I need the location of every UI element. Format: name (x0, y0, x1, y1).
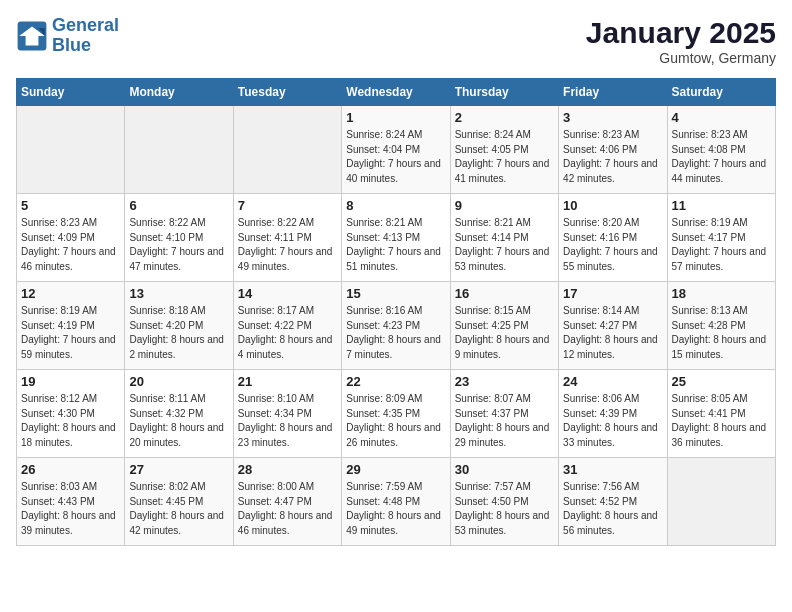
weekday-header: Tuesday (233, 79, 341, 106)
day-number: 9 (455, 198, 554, 213)
calendar-cell: 4Sunrise: 8:23 AMSunset: 4:08 PMDaylight… (667, 106, 775, 194)
calendar-week-row: 26Sunrise: 8:03 AMSunset: 4:43 PMDayligh… (17, 458, 776, 546)
cell-content: Sunrise: 8:21 AMSunset: 4:13 PMDaylight:… (346, 216, 445, 274)
cell-content: Sunrise: 8:13 AMSunset: 4:28 PMDaylight:… (672, 304, 771, 362)
cell-content: Sunrise: 8:21 AMSunset: 4:14 PMDaylight:… (455, 216, 554, 274)
cell-content: Sunrise: 7:56 AMSunset: 4:52 PMDaylight:… (563, 480, 662, 538)
calendar-cell: 15Sunrise: 8:16 AMSunset: 4:23 PMDayligh… (342, 282, 450, 370)
day-number: 17 (563, 286, 662, 301)
page-header: General Blue January 2025 Gumtow, German… (16, 16, 776, 66)
cell-content: Sunrise: 7:57 AMSunset: 4:50 PMDaylight:… (455, 480, 554, 538)
day-number: 1 (346, 110, 445, 125)
calendar-cell: 18Sunrise: 8:13 AMSunset: 4:28 PMDayligh… (667, 282, 775, 370)
cell-content: Sunrise: 8:05 AMSunset: 4:41 PMDaylight:… (672, 392, 771, 450)
cell-content: Sunrise: 8:22 AMSunset: 4:11 PMDaylight:… (238, 216, 337, 274)
day-number: 15 (346, 286, 445, 301)
day-number: 19 (21, 374, 120, 389)
calendar-cell: 3Sunrise: 8:23 AMSunset: 4:06 PMDaylight… (559, 106, 667, 194)
day-number: 27 (129, 462, 228, 477)
cell-content: Sunrise: 8:12 AMSunset: 4:30 PMDaylight:… (21, 392, 120, 450)
calendar-cell: 2Sunrise: 8:24 AMSunset: 4:05 PMDaylight… (450, 106, 558, 194)
cell-content: Sunrise: 8:11 AMSunset: 4:32 PMDaylight:… (129, 392, 228, 450)
calendar-cell: 27Sunrise: 8:02 AMSunset: 4:45 PMDayligh… (125, 458, 233, 546)
calendar-cell: 30Sunrise: 7:57 AMSunset: 4:50 PMDayligh… (450, 458, 558, 546)
day-number: 11 (672, 198, 771, 213)
day-number: 7 (238, 198, 337, 213)
cell-content: Sunrise: 8:23 AMSunset: 4:06 PMDaylight:… (563, 128, 662, 186)
weekday-header: Sunday (17, 79, 125, 106)
day-number: 2 (455, 110, 554, 125)
calendar-cell: 6Sunrise: 8:22 AMSunset: 4:10 PMDaylight… (125, 194, 233, 282)
day-number: 30 (455, 462, 554, 477)
calendar-cell: 22Sunrise: 8:09 AMSunset: 4:35 PMDayligh… (342, 370, 450, 458)
cell-content: Sunrise: 8:14 AMSunset: 4:27 PMDaylight:… (563, 304, 662, 362)
day-number: 13 (129, 286, 228, 301)
calendar-cell: 26Sunrise: 8:03 AMSunset: 4:43 PMDayligh… (17, 458, 125, 546)
day-number: 16 (455, 286, 554, 301)
calendar-cell: 12Sunrise: 8:19 AMSunset: 4:19 PMDayligh… (17, 282, 125, 370)
calendar-week-row: 19Sunrise: 8:12 AMSunset: 4:30 PMDayligh… (17, 370, 776, 458)
day-number: 18 (672, 286, 771, 301)
title-block: January 2025 Gumtow, Germany (586, 16, 776, 66)
day-number: 22 (346, 374, 445, 389)
calendar-cell: 9Sunrise: 8:21 AMSunset: 4:14 PMDaylight… (450, 194, 558, 282)
cell-content: Sunrise: 8:19 AMSunset: 4:17 PMDaylight:… (672, 216, 771, 274)
calendar-cell: 25Sunrise: 8:05 AMSunset: 4:41 PMDayligh… (667, 370, 775, 458)
cell-content: Sunrise: 8:23 AMSunset: 4:09 PMDaylight:… (21, 216, 120, 274)
calendar-cell: 23Sunrise: 8:07 AMSunset: 4:37 PMDayligh… (450, 370, 558, 458)
calendar-cell: 21Sunrise: 8:10 AMSunset: 4:34 PMDayligh… (233, 370, 341, 458)
calendar-cell (667, 458, 775, 546)
calendar-table: SundayMondayTuesdayWednesdayThursdayFrid… (16, 78, 776, 546)
calendar-week-row: 1Sunrise: 8:24 AMSunset: 4:04 PMDaylight… (17, 106, 776, 194)
day-number: 10 (563, 198, 662, 213)
cell-content: Sunrise: 8:10 AMSunset: 4:34 PMDaylight:… (238, 392, 337, 450)
cell-content: Sunrise: 8:23 AMSunset: 4:08 PMDaylight:… (672, 128, 771, 186)
logo: General Blue (16, 16, 119, 56)
cell-content: Sunrise: 8:15 AMSunset: 4:25 PMDaylight:… (455, 304, 554, 362)
day-number: 3 (563, 110, 662, 125)
day-number: 6 (129, 198, 228, 213)
calendar-cell (125, 106, 233, 194)
calendar-cell (233, 106, 341, 194)
weekday-header: Saturday (667, 79, 775, 106)
logo-line2: Blue (52, 35, 91, 55)
calendar-cell: 24Sunrise: 8:06 AMSunset: 4:39 PMDayligh… (559, 370, 667, 458)
calendar-cell: 29Sunrise: 7:59 AMSunset: 4:48 PMDayligh… (342, 458, 450, 546)
cell-content: Sunrise: 8:07 AMSunset: 4:37 PMDaylight:… (455, 392, 554, 450)
logo-line1: General (52, 15, 119, 35)
logo-text: General Blue (52, 16, 119, 56)
day-number: 29 (346, 462, 445, 477)
calendar-cell: 13Sunrise: 8:18 AMSunset: 4:20 PMDayligh… (125, 282, 233, 370)
location: Gumtow, Germany (586, 50, 776, 66)
day-number: 4 (672, 110, 771, 125)
day-number: 31 (563, 462, 662, 477)
calendar-cell: 14Sunrise: 8:17 AMSunset: 4:22 PMDayligh… (233, 282, 341, 370)
calendar-week-row: 12Sunrise: 8:19 AMSunset: 4:19 PMDayligh… (17, 282, 776, 370)
day-number: 28 (238, 462, 337, 477)
calendar-cell: 8Sunrise: 8:21 AMSunset: 4:13 PMDaylight… (342, 194, 450, 282)
cell-content: Sunrise: 8:09 AMSunset: 4:35 PMDaylight:… (346, 392, 445, 450)
day-number: 12 (21, 286, 120, 301)
day-number: 5 (21, 198, 120, 213)
cell-content: Sunrise: 8:02 AMSunset: 4:45 PMDaylight:… (129, 480, 228, 538)
weekday-header: Thursday (450, 79, 558, 106)
cell-content: Sunrise: 8:18 AMSunset: 4:20 PMDaylight:… (129, 304, 228, 362)
calendar-cell: 7Sunrise: 8:22 AMSunset: 4:11 PMDaylight… (233, 194, 341, 282)
cell-content: Sunrise: 8:24 AMSunset: 4:04 PMDaylight:… (346, 128, 445, 186)
calendar-cell: 1Sunrise: 8:24 AMSunset: 4:04 PMDaylight… (342, 106, 450, 194)
calendar-cell: 10Sunrise: 8:20 AMSunset: 4:16 PMDayligh… (559, 194, 667, 282)
calendar-cell: 19Sunrise: 8:12 AMSunset: 4:30 PMDayligh… (17, 370, 125, 458)
day-number: 25 (672, 374, 771, 389)
cell-content: Sunrise: 8:16 AMSunset: 4:23 PMDaylight:… (346, 304, 445, 362)
cell-content: Sunrise: 8:20 AMSunset: 4:16 PMDaylight:… (563, 216, 662, 274)
day-number: 20 (129, 374, 228, 389)
calendar-cell: 20Sunrise: 8:11 AMSunset: 4:32 PMDayligh… (125, 370, 233, 458)
cell-content: Sunrise: 8:00 AMSunset: 4:47 PMDaylight:… (238, 480, 337, 538)
day-number: 23 (455, 374, 554, 389)
calendar-cell (17, 106, 125, 194)
cell-content: Sunrise: 8:03 AMSunset: 4:43 PMDaylight:… (21, 480, 120, 538)
logo-icon (16, 20, 48, 52)
calendar-week-row: 5Sunrise: 8:23 AMSunset: 4:09 PMDaylight… (17, 194, 776, 282)
day-number: 8 (346, 198, 445, 213)
weekday-row: SundayMondayTuesdayWednesdayThursdayFrid… (17, 79, 776, 106)
